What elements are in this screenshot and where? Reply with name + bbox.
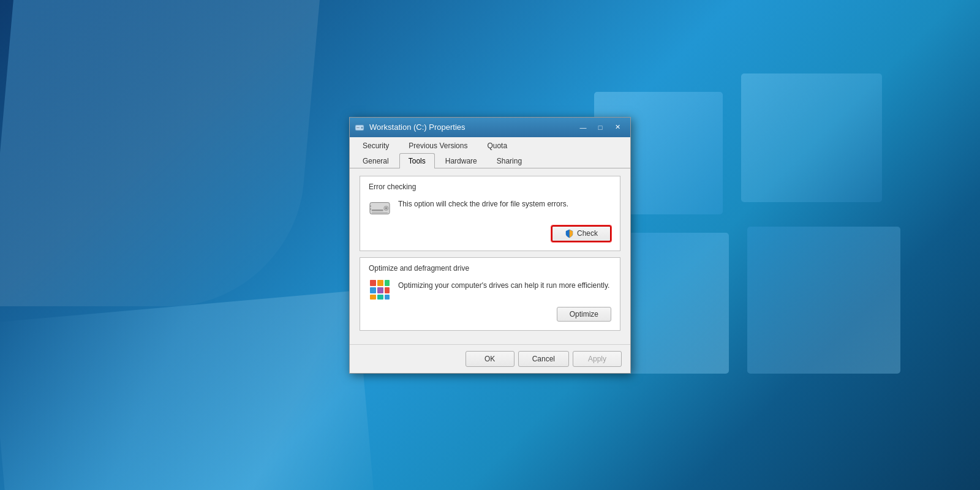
hdd-icon-container <box>369 197 391 219</box>
error-checking-desc: This option will check the drive for fil… <box>398 197 611 209</box>
apply-button[interactable]: Apply <box>573 351 622 367</box>
error-checking-title: Error checking <box>369 183 611 191</box>
check-button-label: Check <box>577 229 598 238</box>
optimize-desc: Optimizing your computer's drives can he… <box>398 279 611 291</box>
tabs-row-1: Security Previous Versions Quota <box>353 137 627 153</box>
tab-sharing[interactable]: Sharing <box>488 153 531 168</box>
error-checking-action: Check <box>369 225 611 242</box>
properties-dialog: Workstation (C:) Properties — □ ✕ Securi… <box>349 117 631 374</box>
tabs-container: Security Previous Versions Quota General… <box>350 137 630 168</box>
optimize-title: Optimize and defragment drive <box>369 264 611 273</box>
svg-rect-17 <box>385 287 390 293</box>
svg-rect-19 <box>377 295 383 300</box>
svg-rect-3 <box>356 127 360 128</box>
check-button[interactable]: Check <box>551 225 611 242</box>
optimize-button-label: Optimize <box>570 310 598 318</box>
dialog-title: Workstation (C:) Properties <box>369 123 570 132</box>
svg-rect-14 <box>385 280 390 286</box>
svg-rect-10 <box>370 205 371 207</box>
ok-button[interactable]: OK <box>466 351 514 367</box>
uac-shield-icon <box>565 229 574 238</box>
error-checking-section: Error checking <box>360 176 620 251</box>
tab-general[interactable]: General <box>353 153 398 168</box>
svg-rect-12 <box>370 280 376 286</box>
title-bar-icon <box>355 123 364 132</box>
svg-rect-13 <box>377 280 383 286</box>
tabs-row-2: General Tools Hardware Sharing <box>353 153 627 168</box>
minimize-button[interactable]: — <box>575 121 591 134</box>
svg-rect-18 <box>370 295 376 300</box>
cancel-button[interactable]: Cancel <box>518 351 569 367</box>
svg-point-2 <box>361 127 363 129</box>
optimize-button[interactable]: Optimize <box>557 307 611 322</box>
tab-quota[interactable]: Quota <box>478 138 516 153</box>
optimize-inner: Optimizing your computer's drives can he… <box>369 279 611 301</box>
optimize-action: Optimize <box>369 307 611 322</box>
tab-previous-versions[interactable]: Previous Versions <box>399 138 477 153</box>
title-bar-controls: — □ ✕ <box>575 121 625 134</box>
svg-point-9 <box>385 207 387 209</box>
optimize-section: Optimize and defragment drive <box>360 257 620 331</box>
dialog-overlay: Workstation (C:) Properties — □ ✕ Securi… <box>0 0 980 490</box>
svg-rect-15 <box>370 287 376 293</box>
svg-rect-6 <box>372 209 383 211</box>
svg-rect-11 <box>370 208 371 210</box>
tab-security[interactable]: Security <box>353 138 398 153</box>
dialog-footer: OK Cancel Apply <box>350 344 630 373</box>
defrag-icon <box>369 279 391 301</box>
hdd-icon <box>369 198 391 218</box>
close-button[interactable]: ✕ <box>609 121 625 134</box>
error-checking-inner: This option will check the drive for fil… <box>369 197 611 219</box>
tab-tools[interactable]: Tools <box>399 153 435 168</box>
dialog-content: Error checking <box>350 168 630 344</box>
svg-rect-7 <box>372 212 388 213</box>
svg-rect-20 <box>385 295 390 300</box>
defrag-icon-container <box>369 279 391 301</box>
svg-rect-16 <box>377 287 383 293</box>
tab-hardware[interactable]: Hardware <box>436 153 486 168</box>
title-bar: Workstation (C:) Properties — □ ✕ <box>350 118 630 137</box>
maximize-button[interactable]: □ <box>592 121 608 134</box>
